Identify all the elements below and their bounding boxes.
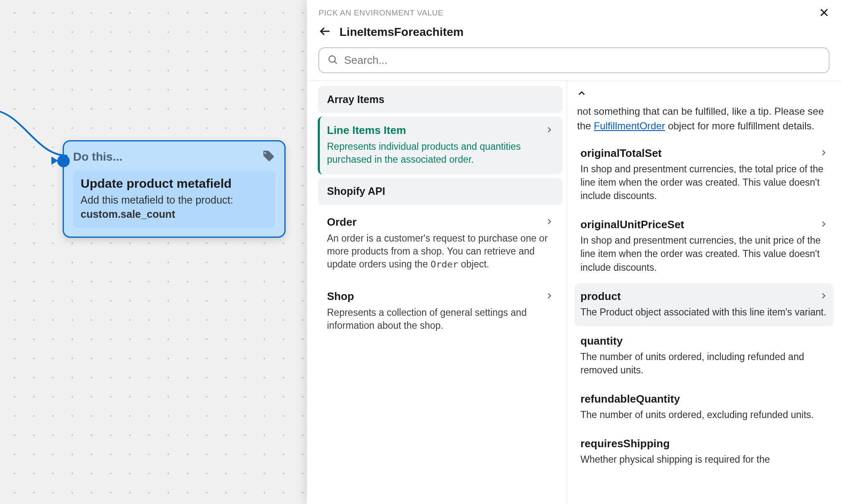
field-partial-description: not something that can be fulfilled, lik…: [575, 104, 833, 140]
chevron-right-icon: [545, 124, 553, 137]
chevron-right-icon: [819, 290, 828, 303]
field-quantity[interactable]: quantity The number of units ordered, in…: [575, 328, 833, 384]
collapse-button[interactable]: [575, 86, 589, 103]
back-button[interactable]: [319, 25, 331, 39]
tag-icon: [261, 149, 275, 165]
field-original-total-set[interactable]: originalTotalSet In shop and presentment…: [575, 140, 833, 210]
card-eyebrow: Do this...: [73, 150, 122, 164]
input-port[interactable]: [57, 155, 70, 167]
svg-point-1: [329, 55, 335, 62]
field-original-unit-price-set[interactable]: originalUnitPriceSet In shop and present…: [575, 212, 833, 282]
field-product[interactable]: product The Product object associated wi…: [575, 283, 833, 326]
section-header-array-items: Array Items: [318, 86, 562, 113]
chevron-right-icon: [819, 147, 828, 160]
field-refundable-quantity[interactable]: refundableQuantity The number of units o…: [575, 386, 833, 429]
card-body: Update product metafield Add this metafi…: [73, 171, 275, 228]
action-title: Update product metafield: [81, 176, 268, 191]
close-button[interactable]: ✕: [819, 7, 830, 19]
search-input[interactable]: [344, 54, 821, 67]
fulfillment-order-link[interactable]: FulfillmentOrder: [594, 120, 665, 131]
svg-line-2: [334, 61, 337, 63]
connector-line: [0, 106, 68, 164]
search-icon: [327, 54, 338, 67]
chevron-right-icon: [545, 290, 553, 303]
chevron-right-icon: [819, 218, 828, 231]
search-input-wrapper[interactable]: [319, 48, 829, 73]
category-column[interactable]: Array Items Line Items Item Represents i…: [307, 81, 567, 504]
workflow-canvas[interactable]: Do this... Update product metafield Add …: [0, 0, 307, 504]
workflow-action-card[interactable]: Do this... Update product metafield Add …: [63, 140, 286, 238]
list-item-shop[interactable]: Shop Represents a collection of general …: [318, 282, 562, 340]
section-header-shopify-api: Shopify API: [318, 178, 562, 205]
panel-eyebrow: PICK AN ENVIRONMENT VALUE: [319, 8, 443, 18]
field-column[interactable]: not something that can be fulfilled, lik…: [567, 81, 841, 504]
action-subtitle: Add this metafield to the product: custo…: [81, 193, 268, 222]
list-item-line-items-item[interactable]: Line Items Item Represents individual pr…: [318, 116, 562, 174]
field-requires-shipping[interactable]: requiresShipping Whether physical shippi…: [575, 431, 833, 474]
panel-title: LineItemsForeachitem: [339, 25, 464, 39]
chevron-right-icon: [545, 216, 553, 229]
list-item-order[interactable]: Order An order is a customer's request t…: [318, 208, 562, 279]
list-item-desc: An order is a customer's request to purc…: [327, 232, 553, 271]
variable-picker-panel: PICK AN ENVIRONMENT VALUE ✕ LineItemsFor…: [307, 0, 841, 504]
